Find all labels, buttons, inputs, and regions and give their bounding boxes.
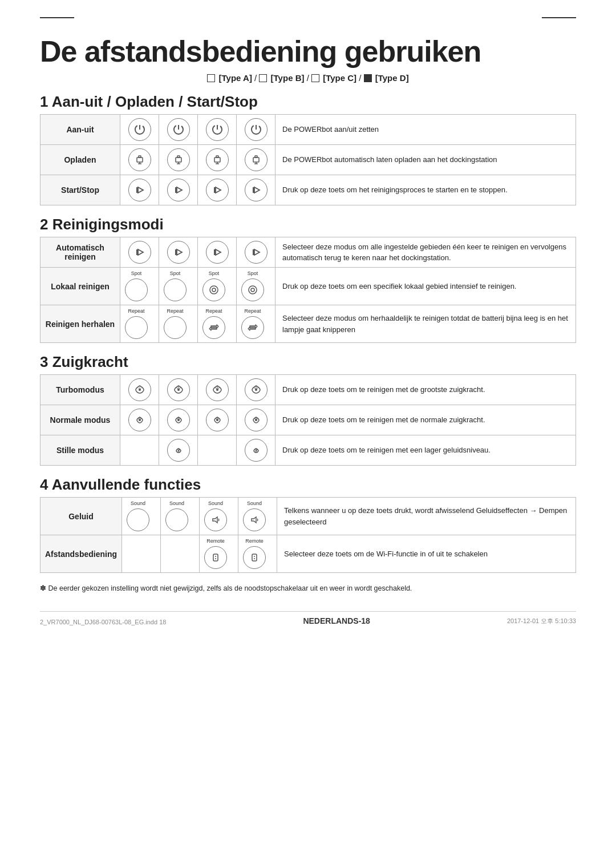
afstand-top-c: Remote [206, 539, 225, 546]
play-btn-a [128, 179, 151, 201]
stil-svg-b [172, 444, 185, 457]
svg-rect-17 [216, 156, 218, 158]
spot-svg-c [208, 284, 220, 296]
section1-title: 1 Aan-uit / Opladen / Start/Stop [40, 93, 576, 111]
stil-icon-b [159, 435, 198, 466]
aan-uit-desc: De POWERbot aan/uit zetten [275, 115, 576, 145]
auto-desc: Selecteer deze modus om alle ingestelde … [275, 237, 576, 268]
svg-rect-20 [253, 158, 259, 162]
turbo-btn-b [167, 378, 190, 401]
dock-svg-c [211, 154, 224, 166]
geluid-btn-b-wrap: Sound [163, 501, 191, 531]
startstop-icon-a [120, 175, 159, 205]
afstand-label: Afstandsbediening [40, 535, 122, 573]
svg-marker-38 [254, 249, 260, 255]
remote-svg-c [209, 551, 222, 564]
herhalen-top-b: Repeat [167, 309, 183, 316]
afstand-desc: Selecteer deze toets om de Wi-Fi-functie… [277, 535, 576, 573]
svg-rect-31 [253, 187, 254, 193]
geluid-top-c: Sound [208, 501, 223, 508]
power-btn-b [167, 118, 190, 141]
dock-svg-b [172, 154, 185, 166]
svg-rect-8 [137, 158, 143, 162]
svg-marker-24 [138, 187, 143, 193]
opladen-icon-c [198, 145, 237, 175]
auto-svg-b [172, 246, 185, 259]
type-c-box [311, 74, 319, 82]
herhalen-btn-d-wrap: Repeat [239, 309, 266, 339]
table-row: Lokaal reinigen Spot Spot Spot [40, 268, 576, 305]
table-row: Turbomodus [40, 375, 576, 405]
normaal-btn-c [206, 409, 229, 431]
herhalen-icon-d: Repeat [237, 305, 275, 343]
footer: 2_VR7000_NL_DJ68-00763L-08_EG.indd 18 NE… [40, 611, 576, 625]
geluid-btn-c [204, 508, 227, 531]
svg-point-61 [254, 558, 255, 559]
geluid-btn-c-wrap: Sound [202, 501, 229, 531]
afstand-icon-b [161, 535, 200, 573]
herhalen-btn-c-wrap: Repeat [200, 309, 228, 339]
page-num: 18 [361, 616, 370, 625]
aan-uit-icon-c [198, 115, 237, 145]
herhalen-btn-b-wrap: Repeat [161, 309, 189, 339]
table-row: Geluid Sound Sound Sound [40, 498, 576, 535]
auto-icon-b [159, 237, 198, 268]
sound-svg-c [209, 514, 222, 526]
svg-marker-34 [177, 249, 182, 255]
table-row: Aan-uit [40, 115, 576, 145]
dock-btn-a [128, 148, 151, 171]
auto-svg-a [133, 246, 146, 259]
power-svg-b [172, 123, 185, 136]
stil-btn-d [245, 439, 268, 462]
table-row: Opladen [40, 145, 576, 175]
lokaal-label: Lokaal reinigen [40, 268, 120, 305]
turbo-svg-a [133, 383, 146, 396]
auto-svg-d [250, 246, 262, 259]
lokaal-icon-b: Spot [159, 268, 198, 305]
turbo-btn-a [128, 378, 151, 401]
svg-point-41 [212, 288, 216, 292]
herhalen-label: Reinigen herhalen [40, 305, 120, 343]
top-border-right [542, 17, 576, 18]
svg-rect-27 [175, 187, 177, 193]
play-btn-c [206, 179, 229, 201]
dock-btn-d [245, 148, 268, 171]
lokaal-top-d: Spot [248, 271, 258, 278]
play-svg-a [133, 184, 146, 196]
lokaal-btn-a [125, 278, 148, 301]
lokaal-btn-a-wrap: Spot [123, 271, 150, 301]
normaal-svg-c [211, 414, 224, 426]
section2-table: Automatischreinigen [40, 237, 576, 343]
svg-marker-55 [252, 517, 256, 523]
lokaal-desc: Druk op deze toets om een specifiek loka… [275, 268, 576, 305]
power-svg-c [211, 123, 224, 136]
aan-uit-icon-a [120, 115, 159, 145]
turbo-btn-c [206, 378, 229, 401]
turbo-svg-d [250, 383, 262, 396]
turbo-svg-b [172, 383, 185, 396]
svg-rect-56 [213, 554, 218, 561]
power-svg-a [133, 123, 146, 136]
type-row: [Type A] / [Type B] / [Type C] / [Type D… [40, 73, 576, 83]
svg-marker-30 [254, 187, 260, 193]
herhalen-icon-b: Repeat [159, 305, 198, 343]
section3-table: Turbomodus [40, 374, 576, 466]
opladen-desc: De POWERbot automatisch laten opladen aa… [275, 145, 576, 175]
lokaal-btn-b-wrap: Spot [161, 271, 189, 301]
geluid-icon-a: Sound [122, 498, 161, 535]
geluid-btn-a-wrap: Sound [124, 501, 152, 531]
aan-uit-icon-b [159, 115, 198, 145]
normaal-svg-d [250, 414, 262, 426]
stil-desc: Druk op deze toets om te reinigen met ee… [275, 435, 576, 466]
section3-title: 3 Zuigkracht [40, 353, 576, 371]
stil-svg-d [250, 444, 262, 457]
normaal-icon-d [237, 405, 275, 435]
svg-point-40 [210, 286, 218, 294]
play-svg-d [250, 184, 262, 196]
play-btn-b [167, 179, 190, 201]
sound-svg-d [248, 514, 261, 526]
spot-svg-d [246, 284, 259, 296]
geluid-btn-d-wrap: Sound [241, 501, 268, 531]
repeat-svg-c [208, 321, 220, 334]
lokaal-icon-d: Spot [237, 268, 275, 305]
